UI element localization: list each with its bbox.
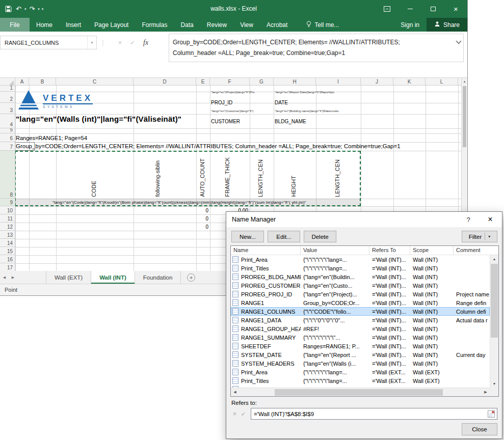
rotated-column-label[interactable]: CODE (91, 181, 97, 197)
cell-auto-count-1[interactable]: 0 (195, 208, 208, 213)
maximize-button[interactable] (421, 0, 444, 18)
column-header[interactable]: G (250, 78, 274, 85)
name-box[interactable]: RANGE1_COLUMNS ▾ (0, 36, 97, 49)
select-all-corner[interactable] (0, 78, 15, 86)
delete-button[interactable]: Delete (304, 231, 336, 242)
name-row[interactable]: SYSTEM_HEADERS {"lang="en"(Walls (i... =… (231, 359, 490, 368)
ribbon-tab[interactable]: Acrobat (260, 18, 294, 32)
name-row[interactable]: Print_Titles {"\"\"\"\"\"\"lang=... ='Wa… (231, 264, 490, 272)
sign-in[interactable]: Sign in (393, 18, 427, 32)
cell-customer-label[interactable]: "lang="en"(Customer)|lang="fi"( (211, 109, 254, 113)
name-row[interactable]: Print_Area {"\"\"\"\"\"\"lang=... ='Wall… (231, 255, 490, 264)
share-button[interactable]: Share (427, 18, 467, 32)
row-header[interactable]: 13 (0, 231, 15, 239)
sheet-nav-right-icon[interactable]: ▶ (9, 271, 17, 284)
rotated-column-label[interactable]: LENGTH_CEN (334, 159, 340, 197)
ribbon-tab[interactable]: Insert (59, 18, 88, 32)
row-header[interactable]: 3 (0, 103, 15, 114)
dialog-help-button[interactable]: ? (458, 212, 479, 227)
row-header[interactable]: 4 (0, 114, 15, 128)
range-select-icon[interactable] (487, 410, 496, 418)
name-row[interactable]: PROREG_CUSTOMER {"lang="en"(Custo... ='W… (231, 281, 490, 290)
scroll-down-icon[interactable]: ▼ (490, 380, 498, 388)
tab-file[interactable]: File (0, 18, 30, 32)
scroll-left-icon[interactable]: ◀ (231, 388, 239, 396)
name-row[interactable]: Print_Titles {"\"\"\"\"\"\"lang=... ='Wa… (231, 376, 490, 385)
dialog-close-x-button[interactable]: × (479, 212, 502, 227)
row-header[interactable]: 15 (0, 247, 15, 255)
row-header[interactable]: 7 (0, 142, 15, 151)
column-header[interactable]: F (210, 78, 250, 85)
ribbon-display-options-icon[interactable] (376, 0, 399, 18)
undo-dropdown-icon[interactable]: ▾ (23, 7, 28, 11)
row-header[interactable]: 1 (0, 86, 15, 92)
cell-auto-count-3[interactable]: 0 (195, 224, 208, 230)
header-name[interactable]: Name (231, 246, 301, 255)
ribbon-tab[interactable]: Formulas (135, 18, 174, 32)
cell-range-def[interactable]: Group_by=CODE;Order=LENGTH_CENTER; Eleme… (16, 143, 401, 149)
rotated-column-label[interactable]: FRAME_THICK (224, 157, 230, 197)
sheet-nav-left-icon[interactable]: ◀ (0, 271, 9, 284)
header-refers-to[interactable]: Refers To (369, 246, 410, 255)
column-header[interactable]: E (196, 78, 210, 85)
header-scope[interactable]: Scope (410, 246, 454, 255)
new-button[interactable]: New... (231, 231, 264, 242)
name-row[interactable]: RANGE1_COLUMNS {"\"\"CODE"\"follo... ='W… (231, 307, 490, 316)
ribbon-tab[interactable]: View (233, 18, 260, 32)
cell-sheet-title[interactable]: "lang="en"(Walls (int)"|lang="fi"(Välise… (16, 115, 181, 123)
row-header[interactable]: 8 (0, 151, 15, 199)
column-header[interactable]: A (15, 78, 29, 85)
column-header[interactable]: D (134, 78, 196, 85)
row-header[interactable]: 10 (0, 206, 15, 214)
row-header[interactable]: 6 (0, 133, 15, 142)
name-row[interactable]: RANGE1_GROUP_HEA... #REF! ='Wall (INT)..… (231, 324, 490, 333)
formula-input[interactable]: Group_by=CODE;Order=LENGTH_CENTER; Eleme… (169, 34, 464, 62)
column-header[interactable]: H (274, 78, 316, 85)
cell-sheet-def[interactable]: Ranges=RANGE1; Page=54 (16, 135, 87, 141)
rotated-column-label[interactable]: following-siblin (154, 160, 161, 197)
column-header[interactable]: K (393, 78, 426, 85)
name-row[interactable]: RANGE1_DATA {"\"\"\"0"\"0"\"0"... ='Wall… (231, 316, 490, 324)
formula-enter-icon[interactable]: ✓ (130, 39, 135, 46)
sheet-tab[interactable]: Wall (EXT) (46, 271, 91, 284)
header-value[interactable]: Value (301, 246, 369, 255)
cell-auto-count-2[interactable]: 0 (195, 216, 208, 222)
row-header[interactable]: 16 (0, 255, 15, 263)
row-header[interactable]: 9 (0, 199, 15, 206)
row-header[interactable]: 2 (0, 92, 15, 103)
name-row[interactable]: PROREG_PROJ_ID {"lang="en"(Project)... =… (231, 290, 490, 298)
column-header[interactable]: B (29, 78, 56, 85)
rotated-column-label[interactable]: AUTO_COUNT (199, 158, 205, 197)
row-header[interactable]: 5 (0, 128, 15, 133)
redo-dropdown-icon[interactable]: ▾ (37, 7, 41, 11)
add-sheet-button[interactable]: + (187, 273, 195, 282)
sheet-tab[interactable]: Wall (INT) (91, 271, 135, 284)
filter-button[interactable]: Filter ▾ (462, 231, 497, 242)
insert-function-icon[interactable]: fx (143, 39, 148, 47)
scroll-up-icon[interactable]: ▲ (490, 255, 498, 263)
column-header[interactable]: I (316, 78, 361, 85)
edit-button[interactable]: Edit... (268, 231, 300, 242)
formula-bar-handle-icon[interactable]: ⋮ (100, 36, 106, 49)
name-row[interactable]: SHEETDEF Ranges=RANGE1; P... ='Wall (INT… (231, 342, 490, 350)
name-row[interactable]: RANGE1_SUMMARY {"\"\"\"\"\"\"\"\"... ='W… (231, 333, 490, 342)
name-row[interactable]: Print_Area {"\"\"\"\"\"\"lang=... ='Wall… (231, 368, 490, 376)
name-row[interactable]: RANGE1 Group_by=CODE;Or... ='Wall (INT).… (231, 298, 490, 307)
ribbon-tab[interactable]: Review (200, 18, 233, 32)
refers-to-input[interactable]: ='Wall (INT)'!$A$8:$I$9 (251, 408, 497, 420)
name-box-dropdown-icon[interactable]: ▾ (87, 36, 96, 49)
column-header[interactable]: C (56, 78, 134, 85)
rotated-column-label[interactable]: LENGTH_CEN (257, 159, 263, 197)
cell-customer[interactable]: CUSTOMER (211, 119, 240, 124)
names-horizontal-scrollbar[interactable]: ◀ ▶ (231, 388, 490, 396)
cell-proj-id[interactable]: PROJ_ID (211, 100, 232, 105)
scrollbar-thumb[interactable] (491, 264, 498, 338)
name-row[interactable]: PROREG_BLDG_NAME {"lang="en"(Buildin... … (231, 272, 490, 281)
row-header[interactable]: 14 (0, 239, 15, 247)
scrollbar-thumb[interactable] (463, 86, 466, 147)
save-icon[interactable] (3, 3, 14, 15)
cell-report-date-label[interactable]: "lang="en"(Report Date)|lang="fi"(Raport… (275, 91, 334, 94)
tell-me[interactable]: Tell me... (301, 18, 344, 32)
names-vertical-scrollbar[interactable]: ▲ ▼ (490, 255, 498, 388)
sheet-tab[interactable]: Foundation (135, 271, 181, 284)
